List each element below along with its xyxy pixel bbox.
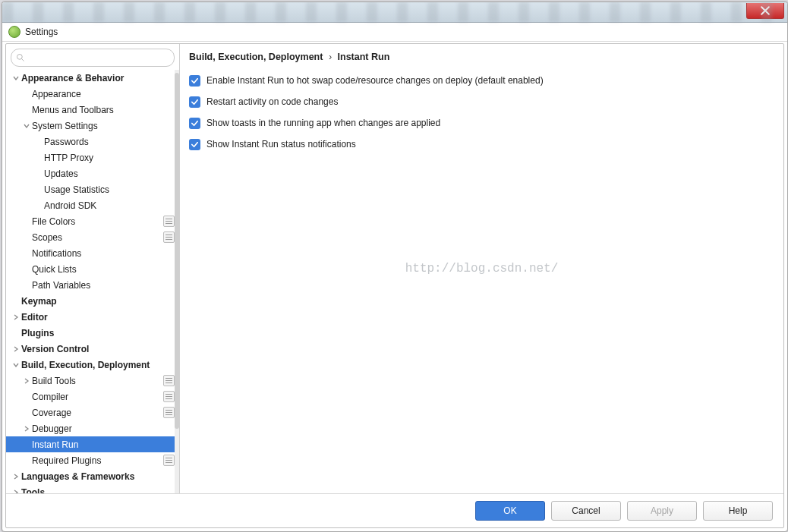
tree-scrollbar[interactable] — [175, 70, 179, 493]
tree-languages-frameworks[interactable]: Languages & Frameworks — [6, 468, 179, 484]
close-icon — [761, 6, 770, 15]
tree-path-variables[interactable]: Path Variables — [6, 277, 179, 293]
option-restart-activity[interactable]: Restart activity on code changes — [189, 91, 774, 112]
ok-button[interactable]: OK — [475, 501, 545, 521]
search-box[interactable] — [11, 49, 175, 67]
search-icon — [16, 53, 25, 62]
chevron-right-icon — [11, 474, 21, 480]
chevron-right-icon — [21, 426, 32, 432]
chevron-down-icon — [11, 75, 21, 81]
tree-editor[interactable]: Editor — [6, 309, 179, 325]
tree-http-proxy[interactable]: HTTP Proxy — [6, 150, 179, 165]
settings-tree[interactable]: Appearance & Behavior Appearance Menus a… — [6, 70, 179, 493]
dialog-titlebar: Settings — [2, 23, 787, 42]
tree-version-control[interactable]: Version Control — [6, 341, 179, 357]
option-show-status-notifications[interactable]: Show Instant Run status notifications — [189, 134, 774, 155]
tree-android-sdk[interactable]: Android SDK — [6, 197, 179, 213]
option-enable-instant-run[interactable]: Enable Instant Run to hot swap code/reso… — [189, 70, 774, 91]
tree-scopes[interactable]: Scopes — [6, 229, 179, 245]
tree-coverage[interactable]: Coverage — [6, 405, 179, 420]
tree-required-plugins[interactable]: Required Plugins — [6, 452, 179, 468]
chevron-right-icon — [11, 314, 21, 320]
parent-window-menubar — [2, 2, 787, 23]
tree-appearance[interactable]: Appearance — [6, 86, 179, 102]
project-badge-icon — [163, 216, 175, 227]
chevron-right-icon — [11, 490, 21, 494]
tree-instant-run[interactable]: Instant Run — [6, 436, 179, 452]
option-label: Restart activity on code changes — [206, 96, 338, 107]
settings-nav: Appearance & Behavior Appearance Menus a… — [6, 44, 180, 493]
breadcrumb-current: Instant Run — [338, 52, 390, 62]
settings-content: Build, Execution, Deployment › Instant R… — [180, 44, 783, 493]
chevron-right-icon: › — [329, 52, 332, 62]
project-badge-icon — [163, 375, 175, 386]
project-badge-icon — [163, 391, 175, 402]
tree-keymap[interactable]: Keymap — [6, 293, 179, 309]
dialog-button-row: OK Cancel Apply Help — [6, 493, 783, 527]
tree-plugins[interactable]: Plugins — [6, 325, 179, 341]
project-badge-icon — [163, 455, 175, 466]
settings-dialog: Settings Appearance & Behavior Appearan — [2, 2, 788, 532]
tree-notifications[interactable]: Notifications — [6, 245, 179, 261]
tree-usage-statistics[interactable]: Usage Statistics — [6, 181, 179, 197]
checkbox-checked-icon[interactable] — [189, 96, 200, 108]
help-button[interactable]: Help — [703, 501, 773, 521]
svg-line-1 — [22, 59, 24, 61]
search-wrap — [6, 44, 179, 70]
chevron-right-icon — [21, 378, 32, 384]
breadcrumb: Build, Execution, Deployment › Instant R… — [180, 44, 783, 68]
svg-point-0 — [17, 55, 23, 60]
tree-debugger[interactable]: Debugger — [6, 420, 179, 436]
tree-build-tools[interactable]: Build Tools — [6, 373, 179, 389]
breadcrumb-parent: Build, Execution, Deployment — [189, 52, 323, 62]
chevron-down-icon — [11, 362, 21, 368]
apply-button[interactable]: Apply — [627, 501, 697, 521]
option-label: Enable Instant Run to hot swap code/reso… — [206, 75, 544, 86]
checkbox-checked-icon[interactable] — [189, 75, 200, 87]
checkbox-checked-icon[interactable] — [189, 118, 200, 129]
dialog-body: Appearance & Behavior Appearance Menus a… — [5, 43, 784, 528]
tree-tools[interactable]: Tools — [6, 484, 179, 493]
tree-build-exec-deploy[interactable]: Build, Execution, Deployment — [6, 357, 179, 373]
search-input[interactable] — [28, 52, 169, 64]
close-window-button[interactable] — [746, 3, 784, 19]
chevron-down-icon — [21, 123, 32, 129]
checkbox-checked-icon[interactable] — [189, 139, 200, 150]
tree-updates[interactable]: Updates — [6, 165, 179, 181]
tree-passwords[interactable]: Passwords — [6, 134, 179, 150]
project-badge-icon — [163, 407, 175, 418]
tree-appearance-behavior[interactable]: Appearance & Behavior — [6, 70, 179, 86]
main-split: Appearance & Behavior Appearance Menus a… — [6, 44, 783, 493]
tree-file-colors[interactable]: File Colors — [6, 213, 179, 229]
tree-quick-lists[interactable]: Quick Lists — [6, 261, 179, 277]
dialog-title: Settings — [25, 27, 58, 37]
project-badge-icon — [163, 231, 175, 243]
watermark-text: http://blog.csdn.net/ — [405, 262, 559, 275]
chevron-right-icon — [11, 346, 21, 352]
option-label: Show Instant Run status notifications — [206, 139, 356, 150]
cancel-button[interactable]: Cancel — [551, 501, 621, 521]
options-list: Enable Instant Run to hot swap code/reso… — [180, 68, 783, 156]
option-show-toasts[interactable]: Show toasts in the running app when chan… — [189, 112, 774, 134]
option-label: Show toasts in the running app when chan… — [206, 118, 440, 128]
tree-scrollbar-thumb[interactable] — [175, 73, 179, 429]
tree-menus-toolbars[interactable]: Menus and Toolbars — [6, 102, 179, 118]
android-studio-icon — [8, 26, 20, 38]
tree-compiler[interactable]: Compiler — [6, 389, 179, 405]
tree-system-settings[interactable]: System Settings — [6, 118, 179, 134]
